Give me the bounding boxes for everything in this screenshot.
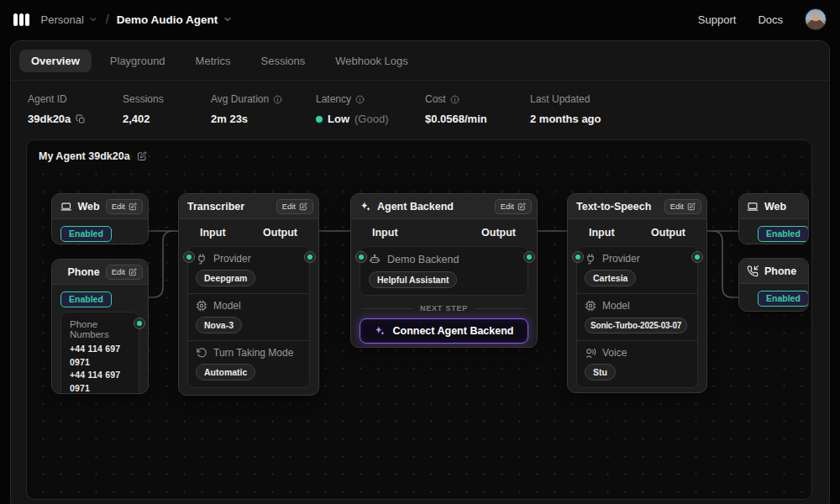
- node-phone-in[interactable]: Phone Edit Enabled Phone Numbers +44 114…: [51, 259, 149, 394]
- input-label: Input: [200, 227, 226, 239]
- port-agent-backend-output[interactable]: [523, 251, 535, 263]
- output-label: Output: [651, 227, 685, 239]
- node-title: Phone: [67, 266, 99, 278]
- enabled-badge: Enabled: [758, 291, 809, 307]
- node-title: Phone: [764, 265, 796, 277]
- node-title: Agent Backend: [377, 201, 454, 213]
- stat-label: Sessions: [123, 93, 164, 105]
- node-title: Text-to-Speech: [576, 201, 651, 213]
- chevron-down-icon: [88, 14, 98, 24]
- edit-button[interactable]: Edit: [276, 199, 313, 214]
- laptop-icon: [60, 201, 71, 213]
- plug-icon: [196, 253, 207, 265]
- field-value-pill: Sonic-Turbo-2025-03-07: [585, 318, 687, 333]
- tts-config-card: Provider Cartesia Model Sonic-Turbo-2025…: [576, 246, 698, 388]
- loop-icon: [196, 347, 207, 359]
- edit-button[interactable]: Edit: [664, 199, 701, 214]
- backend-tag-pill: Helpful Assistant: [369, 271, 457, 288]
- laptop-icon: [747, 201, 759, 213]
- port-tts-input[interactable]: [572, 251, 584, 263]
- edit-icon[interactable]: [137, 151, 147, 161]
- node-title: Web: [764, 201, 786, 213]
- field-turn-taking-mode: Turn Taking Mode Automatic: [188, 340, 309, 387]
- edit-button[interactable]: Edit: [495, 199, 532, 214]
- field-provider: Provider Cartesia: [577, 247, 697, 293]
- node-text-to-speech[interactable]: Text-to-Speech Edit Input Output: [567, 193, 707, 393]
- tab-sessions[interactable]: Sessions: [249, 50, 318, 72]
- input-label: Input: [589, 227, 615, 239]
- stat-value: 39dk20a: [28, 113, 71, 125]
- robot-icon: [369, 254, 381, 265]
- docs-link[interactable]: Docs: [758, 13, 783, 26]
- plug-icon: [585, 253, 596, 265]
- logo-icon[interactable]: [13, 13, 29, 26]
- stat-agent-id: Agent ID 39dk20a: [28, 93, 123, 125]
- stat-avg-duration: Avg Duration 2m 23s: [211, 93, 316, 125]
- node-transcriber[interactable]: Transcriber Edit Input Output: [178, 193, 319, 396]
- node-web-in[interactable]: Web Edit Enabled: [51, 193, 149, 244]
- stat-label: Latency: [316, 93, 351, 105]
- port-transcriber-output[interactable]: [304, 251, 316, 263]
- latency-qualifier: (Good): [354, 113, 388, 125]
- field-value-pill: Automatic: [196, 364, 255, 381]
- output-label: Output: [263, 227, 297, 239]
- port-transcriber-input[interactable]: [183, 251, 195, 263]
- node-web-out[interactable]: Web Enabled: [738, 193, 809, 244]
- phone-numbers-title: Phone Numbers: [70, 319, 130, 339]
- stat-label: Last Updated: [530, 93, 590, 105]
- port-phone-in-output[interactable]: [134, 318, 145, 329]
- info-icon: [450, 95, 459, 104]
- edit-button[interactable]: Edit: [106, 199, 143, 214]
- workflow-canvas[interactable]: My Agent 39dk20a Web: [26, 139, 812, 500]
- agent-switcher[interactable]: Demo Audio Agent: [117, 13, 234, 26]
- stat-value: Low: [328, 113, 349, 125]
- stat-value: 2m 23s: [211, 113, 248, 125]
- stat-value: $0.0568/min: [425, 113, 487, 125]
- canvas-title: My Agent 39dk20a: [39, 150, 147, 162]
- stat-value: 2 months ago: [530, 113, 601, 125]
- field-value-pill: Deepgram: [196, 270, 255, 286]
- support-link[interactable]: Support: [698, 13, 737, 26]
- edit-icon: [299, 202, 307, 211]
- port-agent-backend-input[interactable]: [355, 251, 367, 263]
- phone-number: +44 114 697 0971: [70, 343, 130, 369]
- backend-name: Demo Backend: [387, 254, 459, 265]
- info-icon: [355, 95, 365, 104]
- tab-metrics[interactable]: Metrics: [184, 50, 243, 72]
- field-value-pill: Cartesia: [585, 270, 636, 286]
- node-agent-backend[interactable]: Agent Backend Edit Input Output Demo Ba: [350, 193, 538, 348]
- canvas-title-text: My Agent 39dk20a: [39, 150, 130, 162]
- node-title: Transcriber: [187, 201, 244, 213]
- copy-icon[interactable]: [76, 114, 86, 124]
- next-step-divider: NEXT STEP: [361, 304, 527, 312]
- node-phone-out[interactable]: Phone Enabled: [738, 258, 809, 312]
- breadcrumb-separator: /: [106, 13, 109, 26]
- stat-value: 2,402: [123, 113, 150, 125]
- workspace-name: Personal: [41, 13, 84, 26]
- tab-webhook-logs[interactable]: Webhook Logs: [323, 50, 420, 72]
- edit-icon: [129, 268, 137, 276]
- connect-agent-backend-button[interactable]: Connect Agent Backend: [360, 318, 528, 344]
- info-icon: [273, 95, 282, 104]
- voice-icon: [585, 347, 596, 359]
- edit-button[interactable]: Edit: [106, 265, 143, 280]
- enabled-badge: Enabled: [60, 226, 112, 242]
- enabled-badge: Enabled: [758, 226, 809, 242]
- port-tts-output[interactable]: [691, 251, 703, 263]
- workspace-switcher[interactable]: Personal: [41, 13, 98, 26]
- backend-card: Demo Backend Helpful Assistant: [360, 246, 528, 296]
- phone-numbers-card: Phone Numbers +44 114 697 0971 +44 114 6…: [60, 312, 139, 394]
- tab-overview[interactable]: Overview: [19, 50, 92, 72]
- main-panel: Overview Playground Metrics Sessions Web…: [10, 40, 830, 504]
- chevron-down-icon: [223, 14, 233, 24]
- stat-label: Avg Duration: [211, 93, 269, 105]
- tab-bar: Overview Playground Metrics Sessions Web…: [11, 41, 829, 81]
- field-provider: Provider Deepgram: [188, 247, 309, 293]
- node-title: Web: [77, 201, 99, 213]
- tab-playground[interactable]: Playground: [98, 50, 177, 72]
- phone-incoming-icon: [747, 265, 759, 277]
- transcriber-config-card: Provider Deepgram Model Nova-3: [187, 246, 310, 388]
- user-avatar[interactable]: [805, 8, 827, 30]
- stat-latency: Latency Low (Good): [316, 93, 425, 125]
- chip-icon: [196, 300, 207, 312]
